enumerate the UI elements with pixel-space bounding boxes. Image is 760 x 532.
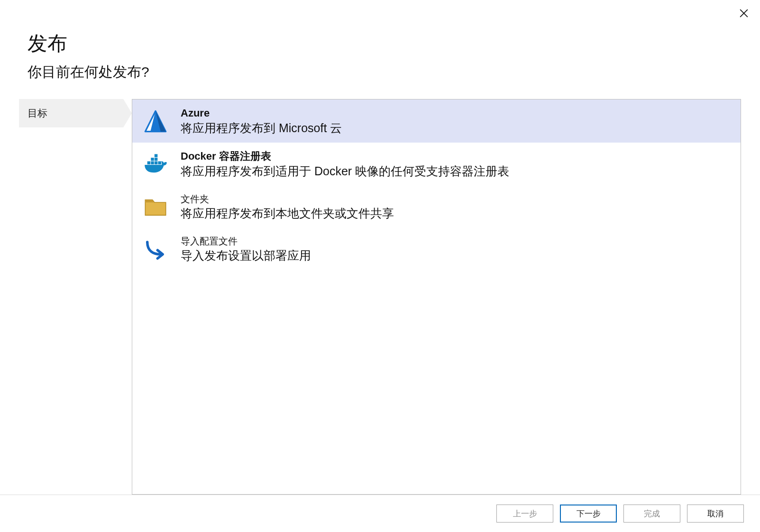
option-folder[interactable]: 文件夹 将应用程序发布到本地文件夹或文件共享	[132, 186, 741, 228]
option-desc: 将应用程序发布到本地文件夹或文件共享	[181, 206, 394, 222]
page-title: 发布	[27, 30, 733, 57]
back-button: 上一步	[496, 505, 553, 523]
option-title: Docker 容器注册表	[181, 149, 509, 163]
option-azure[interactable]: Azure 将应用程序发布到 Microsoft 云	[132, 99, 741, 143]
step-target[interactable]: 目标	[19, 99, 123, 127]
option-title: 导入配置文件	[181, 235, 311, 248]
option-desc: 导入发布设置以部署应用	[181, 248, 311, 264]
finish-button: 完成	[623, 505, 680, 523]
close-icon	[740, 9, 748, 18]
option-desc: 将应用程序发布到 Microsoft 云	[181, 120, 342, 136]
wizard-steps: 目标	[19, 99, 123, 495]
svg-rect-5	[151, 158, 154, 161]
option-import-profile[interactable]: 导入配置文件 导入发布设置以部署应用	[132, 228, 741, 271]
svg-rect-7	[155, 154, 158, 157]
svg-rect-6	[155, 158, 158, 161]
cancel-button[interactable]: 取消	[687, 505, 744, 523]
option-docker[interactable]: Docker 容器注册表 将应用程序发布到适用于 Docker 映像的任何受支持…	[132, 143, 741, 186]
option-title: Azure	[181, 106, 342, 120]
next-button[interactable]: 下一步	[560, 505, 617, 523]
step-label: 目标	[27, 108, 47, 118]
target-options-panel: Azure 将应用程序发布到 Microsoft 云	[132, 99, 741, 495]
import-arrow-icon	[143, 236, 168, 262]
azure-icon	[143, 108, 168, 134]
option-title: 文件夹	[181, 193, 394, 206]
folder-icon	[143, 194, 168, 220]
docker-icon	[143, 152, 168, 177]
footer-buttons: 上一步 下一步 完成 取消	[0, 495, 760, 532]
page-subtitle: 你目前在何处发布?	[27, 63, 733, 82]
close-button[interactable]	[739, 9, 749, 18]
option-desc: 将应用程序发布到适用于 Docker 映像的任何受支持容器注册表	[181, 163, 509, 180]
